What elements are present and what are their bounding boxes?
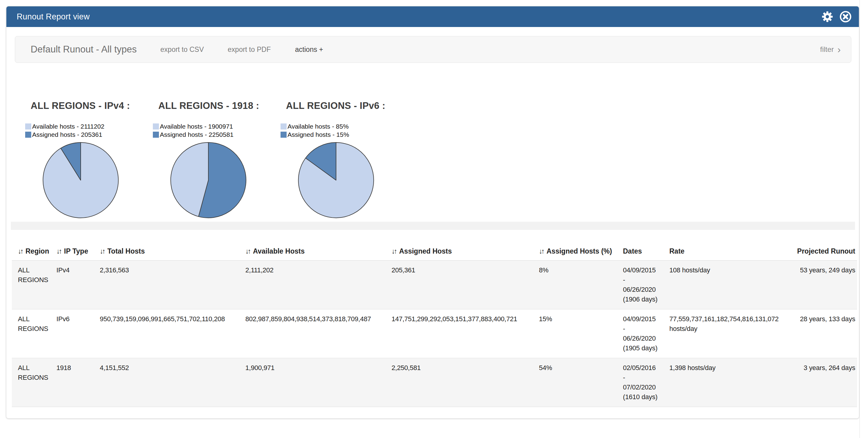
cell-available-hosts: 1,900,971: [245, 358, 392, 407]
column-header-rate: Rate: [669, 243, 795, 260]
scrollbar-track[interactable]: [860, 0, 868, 438]
cell-dates: 04/09/2015 - 06/26/2020 (1906 days): [623, 260, 669, 309]
column-header-available-hosts[interactable]: ↓↑Available Hosts: [245, 243, 392, 260]
window-titlebar: Runout Report view: [6, 6, 859, 27]
cell-projected-runout: 3 years, 264 days: [795, 358, 857, 407]
column-header-total-hosts[interactable]: ↓↑Total Hosts: [100, 243, 245, 260]
cell-assigned-pct: 54%: [539, 358, 623, 407]
cell-dates: 02/05/2016 - 07/02/2020 (1610 days): [623, 358, 669, 407]
cell-projected-runout: 28 years, 133 days: [795, 309, 857, 358]
legend-item: Assigned hosts - 2250581: [153, 130, 281, 138]
pie-charts-section: ALL REGIONS - IPv4 : Available hosts - 2…: [25, 100, 408, 220]
column-header-dates: Dates: [623, 243, 669, 260]
filter-button[interactable]: filter ›: [820, 45, 841, 54]
actions-button[interactable]: actions +: [295, 45, 323, 54]
cell-region: ALL REGIONS: [12, 309, 56, 358]
runout-report-window: Runout Report view Default: [6, 6, 859, 418]
chart-title: ALL REGIONS - IPv6 :: [281, 100, 408, 111]
cell-dates: 04/09/2015 - 06/26/2020 (1905 days): [623, 309, 669, 358]
cell-assigned-hosts: 205,361: [392, 260, 539, 309]
column-header-region[interactable]: ↓↑Region: [12, 243, 56, 260]
cell-total-hosts: 950,739,159,096,991,665,751,702,110,208: [100, 309, 245, 358]
cell-assigned-pct: 8%: [539, 260, 623, 309]
legend-item: Available hosts - 85%: [281, 122, 408, 130]
cell-rate: 108 hosts/day: [669, 260, 795, 309]
cell-total-hosts: 4,151,552: [100, 358, 245, 407]
pie-chart-ipv6: [296, 140, 408, 220]
cell-region: ALL REGIONS: [12, 260, 56, 309]
sort-icon: ↓↑: [56, 247, 61, 255]
pie-chart-ipv4: [41, 140, 153, 220]
export-csv-button[interactable]: export to CSV: [160, 45, 209, 54]
legend-swatch-assigned: [153, 132, 159, 138]
cell-total-hosts: 2,316,563: [100, 260, 245, 309]
legend-label: Available hosts - 1900971: [160, 123, 233, 130]
cell-assigned-hosts: 2,250,581: [392, 358, 539, 407]
gear-icon[interactable]: [821, 10, 834, 23]
report-toolbar: Default Runout - All types export to CSV…: [15, 36, 851, 63]
table-row: ALL REGIONS IPv4 2,316,563 2,111,202 205…: [12, 260, 857, 309]
export-pdf-button[interactable]: export to PDF: [228, 45, 276, 54]
runout-table: ↓↑Region ↓↑IP Type ↓↑Total Hosts ↓↑Avail…: [12, 243, 857, 407]
legend-item: Available hosts - 1900971: [153, 122, 281, 130]
legend-label: Available hosts - 85%: [287, 123, 349, 130]
cell-region: ALL REGIONS: [12, 358, 56, 407]
chart-title: ALL REGIONS - 1918 :: [153, 100, 281, 111]
legend-swatch-assigned: [281, 132, 287, 138]
sort-icon: ↓↑: [245, 247, 250, 255]
legend-item: Assigned hosts - 15%: [281, 130, 408, 138]
legend-label: Available hosts - 2111202: [32, 123, 104, 130]
window-title: Runout Report view: [17, 12, 90, 22]
cell-assigned-pct: 15%: [539, 309, 623, 358]
legend-item: Available hosts - 2111202: [25, 122, 153, 130]
cell-ip-type: IPv6: [56, 309, 100, 358]
chart-title: ALL REGIONS - IPv4 :: [25, 100, 153, 111]
table-header-row: ↓↑Region ↓↑IP Type ↓↑Total Hosts ↓↑Avail…: [12, 243, 857, 260]
legend-label: Assigned hosts - 205361: [32, 131, 102, 138]
table-row: ALL REGIONS IPv6 950,739,159,096,991,665…: [12, 309, 857, 358]
column-header-ip-type[interactable]: ↓↑IP Type: [56, 243, 100, 260]
chart-1918: ALL REGIONS - 1918 : Available hosts - 1…: [153, 100, 281, 220]
column-header-assigned-hosts[interactable]: ↓↑Assigned Hosts: [392, 243, 539, 260]
sort-icon: ↓↑: [100, 247, 104, 255]
cell-rate: 77,559,737,161,182,754,816,131,072 hosts…: [669, 309, 795, 358]
legend-swatch-available: [281, 123, 287, 129]
legend-swatch-available: [153, 123, 159, 129]
legend-label: Assigned hosts - 15%: [287, 131, 349, 138]
chart-ipv4: ALL REGIONS - IPv4 : Available hosts - 2…: [25, 100, 153, 220]
report-name: Default Runout - All types: [31, 44, 137, 55]
close-icon[interactable]: [839, 10, 852, 23]
cell-ip-type: 1918: [56, 358, 100, 407]
legend-swatch-available: [25, 123, 31, 129]
chart-ipv6: ALL REGIONS - IPv6 : Available hosts - 8…: [281, 100, 408, 220]
cell-available-hosts: 802,987,859,804,938,514,373,818,709,487: [245, 309, 392, 358]
cell-projected-runout: 53 years, 249 days: [795, 260, 857, 309]
cell-ip-type: IPv4: [56, 260, 100, 309]
legend-item: Assigned hosts - 205361: [25, 130, 153, 138]
legend-swatch-assigned: [25, 132, 31, 138]
chevron-right-icon: ›: [837, 46, 841, 53]
pie-chart-1918: [168, 140, 281, 220]
sort-icon: ↓↑: [392, 247, 396, 255]
cell-available-hosts: 2,111,202: [245, 260, 392, 309]
column-header-projected-runout: Projected Runout: [795, 243, 857, 260]
sort-icon: ↓↑: [18, 247, 23, 255]
cell-rate: 1,398 hosts/day: [669, 358, 795, 407]
section-divider: [11, 222, 855, 230]
column-header-assigned-hosts-pct[interactable]: ↓↑Assigned Hosts (%): [539, 243, 623, 260]
table-row: ALL REGIONS 1918 4,151,552 1,900,971 2,2…: [12, 358, 857, 407]
filter-label: filter: [820, 45, 834, 54]
legend-label: Assigned hosts - 2250581: [160, 131, 234, 138]
cell-assigned-hosts: 147,751,299,292,053,151,377,883,400,721: [392, 309, 539, 358]
sort-icon: ↓↑: [539, 247, 544, 255]
